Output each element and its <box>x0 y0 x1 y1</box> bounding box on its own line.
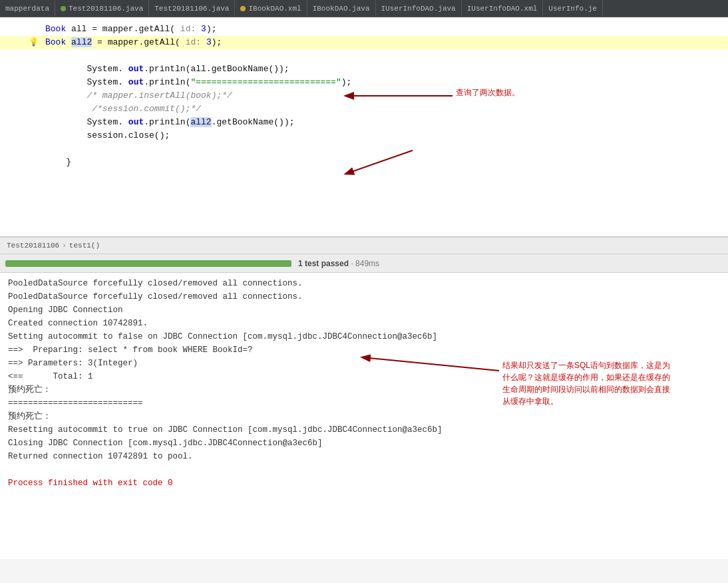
tab-label: IBookDAO.java <box>313 5 370 13</box>
tab-label: mapperdata <box>5 5 49 13</box>
console-line: Closing JDBC Connection [com.mysql.jdbc.… <box>8 437 720 450</box>
progress-bar-outer <box>5 260 291 267</box>
progress-bar-inner <box>5 260 291 267</box>
tab-label: Test20181106.java <box>154 5 229 13</box>
line-code: /* mapper.insertAll(book);*/ <box>40 89 232 102</box>
console-annotation: 结果却只发送了一条SQL语句到数据库，这是为 什么呢？这就是缓存的作用，如果还是… <box>502 359 689 407</box>
tab-test1[interactable]: Test20181106.java <box>55 0 149 17</box>
code-annotation-1: 查询了两次数据。 <box>456 87 520 98</box>
code-line: /* mapper.insertAll(book);*/ <box>0 89 728 102</box>
console-line: Setting autocommit to false on JDBC Conn… <box>8 330 720 343</box>
console-line: Opening JDBC Connection <box>8 303 720 317</box>
code-line-highlighted: 💡 Book all2 = mapper.getAll( id: 3); <box>0 36 728 49</box>
tab-bar: mapperdata Test20181106.java Test2018110… <box>0 0 728 17</box>
line-code: System. out.println("===================… <box>40 76 351 89</box>
tab-test2[interactable]: Test20181106.java <box>149 0 235 17</box>
console-line-sql: ==> Preparing: select * from book WHERE … <box>8 343 720 357</box>
line-code <box>40 142 51 156</box>
breadcrumb-method: test1() <box>69 242 100 250</box>
line-code: } <box>40 156 71 169</box>
line-code <box>40 49 51 63</box>
tab-label: UserInfo.je <box>548 5 597 13</box>
line-code: System. out.println(all.getBookName()); <box>40 63 289 76</box>
breadcrumb-bar: Test20181106 › test1() <box>0 237 728 254</box>
line-code: Book all2 = mapper.getAll( id: 3); <box>40 36 222 49</box>
line-code: /*session.commit();*/ <box>40 102 201 116</box>
tab-label: IBookDAO.xml <box>248 5 301 13</box>
code-line: Book all = mapper.getAll( id: 3); <box>0 23 728 36</box>
console-line <box>8 463 720 477</box>
code-line <box>0 142 728 156</box>
tab-mapperdata[interactable]: mapperdata <box>0 0 55 17</box>
code-line: System. out.println(all.getBookName()); <box>0 63 728 76</box>
console-line: Created connection 10742891. <box>8 317 720 330</box>
lightbulb-icon: 💡 <box>27 36 40 49</box>
code-content: Book all = mapper.getAll( id: 3); 💡 Book… <box>0 17 728 174</box>
console-line-exit: Process finished with exit code 0 <box>8 477 720 490</box>
console-line: 预约死亡： <box>8 410 720 423</box>
code-line: System. out.println(all2.getBookName()); <box>0 116 728 129</box>
progress-bar-area: 1 test passed · 849ms <box>0 254 728 273</box>
progress-label: 1 test passed · 849ms <box>298 259 379 268</box>
tab-dot <box>61 6 66 11</box>
line-code: session.close(); <box>40 129 170 142</box>
tab-ibookdao-xml[interactable]: IBookDAO.xml <box>235 0 307 17</box>
line-code: Book all = mapper.getAll( id: 3); <box>40 23 217 36</box>
tab-dot <box>240 6 246 11</box>
console-line: Returned connection 10742891 to pool. <box>8 450 720 463</box>
tab-userinfo-je[interactable]: UserInfo.je <box>543 0 603 17</box>
code-line: /*session.commit();*/ <box>0 102 728 116</box>
console-line: PooledDataSource forcefully closed/remov… <box>8 290 720 303</box>
code-line: } <box>0 156 728 169</box>
code-line: session.close(); <box>0 129 728 142</box>
tab-iuserinfodao-java[interactable]: IUserInfoDAO.java <box>376 0 462 17</box>
code-line <box>0 49 728 63</box>
code-line: System. out.println("===================… <box>0 76 728 89</box>
console-line: PooledDataSource forcefully closed/remov… <box>8 277 720 290</box>
line-code: System. out.println(all2.getBookName()); <box>40 116 295 129</box>
progress-time: · 849ms <box>351 259 379 268</box>
breadcrumb-class: Test20181106 <box>7 242 59 250</box>
progress-passed: 1 test passed <box>298 259 349 268</box>
tab-iuserinfodao-xml[interactable]: IUserInfoDAO.xml <box>462 0 544 17</box>
code-editor: Book all = mapper.getAll( id: 3); 💡 Book… <box>0 17 728 237</box>
console-output: PooledDataSource forcefully closed/remov… <box>0 273 728 559</box>
breadcrumb-separator: › <box>62 242 67 250</box>
tab-ibookdao-java[interactable]: IBookDAO.java <box>307 0 376 17</box>
tab-label: Test20181106.java <box>69 5 143 13</box>
console-line: Resetting autocommit to true on JDBC Con… <box>8 423 720 437</box>
tab-label: IUserInfoDAO.xml <box>467 5 538 13</box>
tab-label: IUserInfoDAO.java <box>381 5 456 13</box>
